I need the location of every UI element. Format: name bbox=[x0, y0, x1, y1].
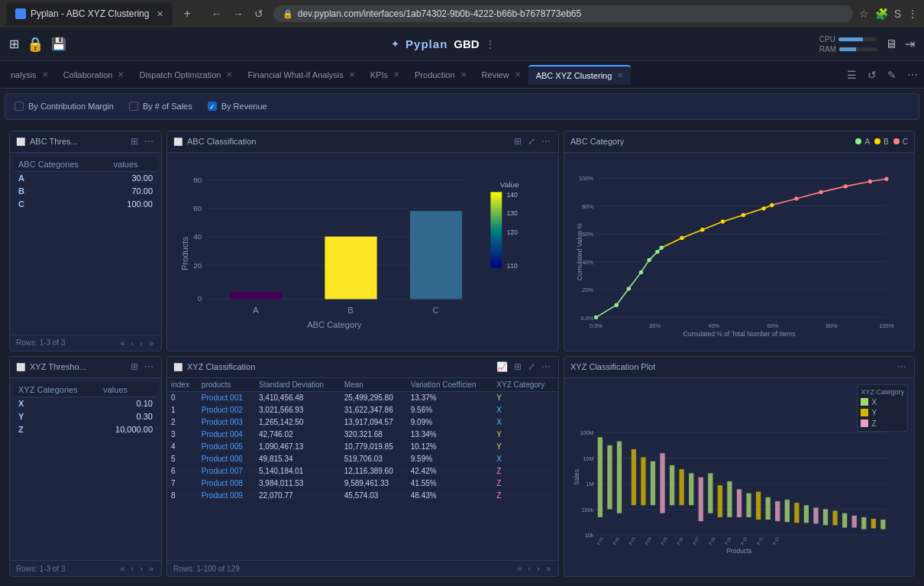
tab-financial[interactable]: Financial What-if Analysis ✕ bbox=[240, 66, 362, 84]
svg-rect-92 bbox=[785, 500, 790, 522]
new-tab-btn[interactable]: + bbox=[179, 7, 195, 21]
svg-point-48 bbox=[647, 257, 651, 261]
xyz-class-pagination: « ‹ › » bbox=[515, 564, 552, 573]
svg-rect-75 bbox=[617, 441, 622, 513]
svg-point-50 bbox=[660, 245, 664, 249]
tab-dispatch[interactable]: Dispatch Optimization ✕ bbox=[131, 66, 240, 84]
xyz-thresh-save-btn[interactable]: ⊞ bbox=[129, 361, 140, 372]
next-page-btn[interactable]: › bbox=[138, 338, 144, 348]
svg-rect-88 bbox=[746, 493, 751, 516]
xyz-class-grid-btn[interactable]: ⊞ bbox=[512, 361, 523, 372]
shield-icon[interactable]: 🔒 bbox=[27, 36, 44, 53]
svg-rect-99 bbox=[852, 516, 857, 528]
expand-icon2[interactable]: ⬜ bbox=[173, 138, 183, 146]
xyz-prev-btn[interactable]: ‹ bbox=[130, 564, 136, 573]
tab-close-btn[interactable]: ✕ bbox=[157, 9, 163, 19]
xyz-class-expand-btn[interactable]: ⤢ bbox=[526, 361, 537, 372]
abc-thresh-row: C100.00 bbox=[15, 197, 157, 210]
xyz-class-next-btn[interactable]: › bbox=[535, 564, 541, 573]
checkbox-revenue[interactable] bbox=[208, 102, 217, 111]
svg-text:P 06: P 06 bbox=[676, 536, 684, 546]
monitor-icon[interactable]: 🖥 bbox=[885, 37, 897, 51]
profile-btn[interactable]: S bbox=[894, 8, 901, 20]
xyz-thresh-pagination: « ‹ › » bbox=[118, 564, 155, 573]
abc-thresh-more-btn[interactable]: ⋯ bbox=[143, 136, 155, 147]
filter-sales[interactable]: By # of Sales bbox=[129, 102, 192, 111]
tab-collab-label: Collaboration bbox=[63, 70, 113, 79]
tab-kpis-close[interactable]: ✕ bbox=[393, 70, 399, 79]
save-icon[interactable]: 💾 bbox=[51, 37, 66, 51]
legend-b-dot bbox=[874, 138, 880, 144]
svg-text:P 05: P 05 bbox=[660, 536, 668, 546]
back-btn[interactable]: ← bbox=[208, 6, 226, 21]
xyz-class-first-btn[interactable]: « bbox=[515, 564, 523, 573]
extensions-btn[interactable]: 🧩 bbox=[875, 8, 888, 20]
xyz-plot-more-btn[interactable]: ⋯ bbox=[896, 361, 908, 372]
svg-text:Products: Products bbox=[180, 236, 189, 270]
tab-more-btn[interactable]: ⋯ bbox=[904, 67, 921, 83]
star-btn[interactable]: ☆ bbox=[859, 8, 869, 20]
filter-contribution[interactable]: By Contribution Margin bbox=[15, 102, 114, 111]
prev-page-btn[interactable]: ‹ bbox=[130, 338, 136, 348]
reload-btn[interactable]: ↺ bbox=[250, 6, 267, 21]
abc-class-expand-btn[interactable]: ⤢ bbox=[526, 136, 537, 147]
tab-production-close[interactable]: ✕ bbox=[460, 70, 467, 79]
last-page-btn[interactable]: » bbox=[147, 338, 155, 348]
logout-icon[interactable]: ⇥ bbox=[905, 37, 915, 51]
tab-dispatch-close[interactable]: ✕ bbox=[226, 70, 232, 79]
tab-analysis[interactable]: nalysis ✕ bbox=[3, 66, 56, 84]
xyz-first-btn[interactable]: « bbox=[118, 564, 126, 573]
abc-class-title: ⬜ ABC Classification bbox=[173, 137, 256, 146]
tab-abc-xyz[interactable]: ABC XYZ Clustering ✕ bbox=[528, 65, 632, 85]
checkbox-contribution[interactable] bbox=[15, 102, 24, 111]
workspace-menu-btn[interactable]: ⋮ bbox=[486, 39, 495, 50]
tab-abc-xyz-close[interactable]: ✕ bbox=[617, 71, 623, 79]
checkbox-sales[interactable] bbox=[129, 102, 138, 111]
tab-production[interactable]: Production ✕ bbox=[407, 66, 474, 84]
expand-icon[interactable]: ⬜ bbox=[16, 138, 25, 146]
xyz-last-btn[interactable]: » bbox=[147, 564, 155, 573]
address-bar[interactable]: 🔒 dev.pyplan.com/interfaces/1ab74302-9b0… bbox=[273, 5, 853, 22]
tab-review-close[interactable]: ✕ bbox=[515, 70, 521, 79]
active-tab[interactable]: Pyplan - ABC XYZ Clustering ✕ bbox=[6, 2, 173, 25]
tab-refresh-btn[interactable]: ↺ bbox=[864, 67, 880, 83]
svg-point-59 bbox=[844, 184, 848, 188]
col-cat: XYZ Category bbox=[493, 378, 558, 392]
abc-class-grid-btn[interactable]: ⊞ bbox=[512, 136, 523, 147]
table-row: 1 Product 002 3,021,566.93 31,622,347.86… bbox=[167, 403, 558, 416]
tab-financial-close[interactable]: ✕ bbox=[349, 70, 355, 79]
grid-icon[interactable]: ⊞ bbox=[9, 37, 19, 51]
first-page-btn[interactable]: « bbox=[118, 338, 126, 348]
svg-rect-94 bbox=[804, 505, 809, 523]
xyz-class-chart-btn[interactable]: 📈 bbox=[495, 361, 509, 372]
xyz-class-last-btn[interactable]: » bbox=[544, 564, 552, 573]
tab-menu-btn[interactable]: ☰ bbox=[844, 67, 860, 83]
xyz-expand-icon[interactable]: ⬜ bbox=[16, 363, 25, 371]
legend-b-label: B bbox=[884, 138, 889, 146]
menu-btn[interactable]: ⋮ bbox=[907, 8, 918, 20]
svg-text:1M: 1M bbox=[586, 481, 593, 487]
xyz-class-prev-btn[interactable]: ‹ bbox=[527, 564, 533, 573]
filter-revenue[interactable]: By Revenue bbox=[208, 102, 267, 111]
tab-collaboration[interactable]: Collaboration ✕ bbox=[56, 66, 132, 84]
abc-thresh-save-btn[interactable]: ⊞ bbox=[129, 136, 140, 147]
xyz-class-expand-icon[interactable]: ⬜ bbox=[173, 363, 183, 371]
xyz-class-table-scroll[interactable]: index products Standard Deviation Mean V… bbox=[167, 378, 558, 560]
abc-class-more-btn[interactable]: ⋯ bbox=[540, 136, 552, 147]
tab-kpis[interactable]: KPIs ✕ bbox=[363, 66, 407, 84]
tab-collab-close[interactable]: ✕ bbox=[118, 70, 124, 79]
svg-text:B: B bbox=[347, 306, 353, 315]
svg-text:20: 20 bbox=[193, 261, 202, 269]
xyz-thresh-more-btn[interactable]: ⋯ bbox=[143, 361, 155, 372]
svg-rect-12 bbox=[325, 236, 376, 299]
forward-btn[interactable]: → bbox=[229, 6, 247, 21]
col-index: index bbox=[167, 378, 198, 392]
xyz-class-more-btn[interactable]: ⋯ bbox=[540, 361, 552, 372]
svg-point-56 bbox=[770, 202, 774, 206]
xyz-next-btn[interactable]: › bbox=[138, 564, 144, 573]
legend-b: B bbox=[874, 138, 889, 146]
svg-text:0: 0 bbox=[198, 294, 202, 303]
tab-analysis-close[interactable]: ✕ bbox=[42, 70, 48, 79]
tab-review[interactable]: Review ✕ bbox=[474, 66, 528, 84]
tab-edit-btn[interactable]: ✎ bbox=[884, 67, 900, 83]
